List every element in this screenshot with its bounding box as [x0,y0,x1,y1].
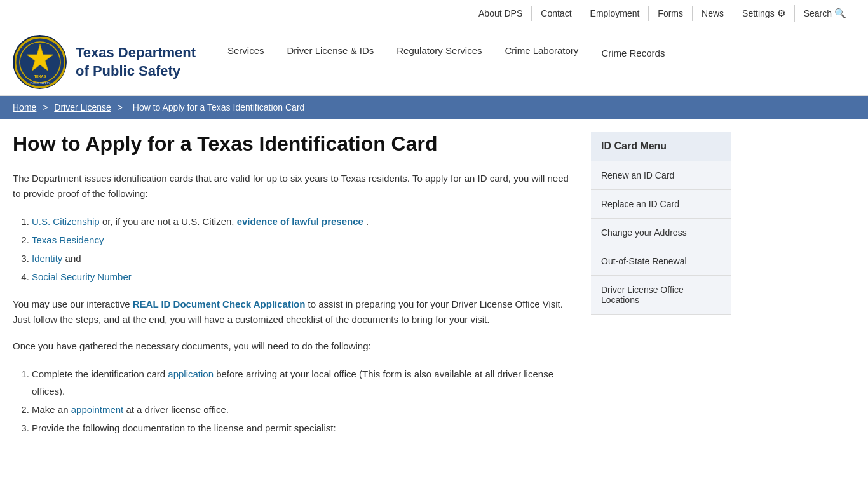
site-header: TEXAS PUBLIC SAFETY Texas Departmentof P… [0,27,868,96]
main-navigation: Services Driver License & IDs Regulatory… [216,35,855,64]
nav-crime-records[interactable]: Crime Records [590,43,676,64]
step3-text: Provide the following documentation to t… [32,423,336,433]
breadcrumb-home[interactable]: Home [13,102,36,112]
sidebar-replace[interactable]: Replace an ID Card [591,190,731,219]
real-id-paragraph: You may use our interactive REAL ID Docu… [13,297,572,327]
nav-services[interactable]: Services [216,40,276,61]
gear-icon: ⚙ [777,8,785,19]
page-title: How to Apply for a Texas Identification … [13,132,572,156]
step1-before: Complete the identification card [32,369,168,379]
real-id-app-link[interactable]: REAL ID Document Check Application [133,299,306,309]
breadcrumb-current: How to Apply for a Texas Identification … [133,102,305,112]
sidebar-locations-link[interactable]: Driver License Office Locations [601,285,684,305]
page-content: How to Apply for a Texas Identification … [0,119,868,473]
req-text-3: and [65,253,81,264]
sidebar-out-of-state-link[interactable]: Out-of-State Renewal [601,256,687,266]
agency-seal: TEXAS PUBLIC SAFETY [13,35,67,89]
agency-name: Texas Departmentof Public Safety [76,44,196,80]
settings-link[interactable]: Settings ⚙ [733,5,795,22]
top-utility-bar: About DPS Contact Employment Forms News … [0,0,868,27]
forms-link[interactable]: Forms [649,6,693,21]
list-item: Social Security Number [32,268,572,285]
list-item: U.S. Citizenship or, if you are not a U.… [32,213,572,230]
about-dps-link[interactable]: About DPS [470,6,532,21]
appointment-link[interactable]: appointment [71,404,124,415]
sidebar-locations[interactable]: Driver License Office Locations [591,276,731,315]
list-item: Texas Residency [32,231,572,248]
list-item: Make an appointment at a driver license … [32,401,572,418]
step2-after: at a driver license office. [123,404,229,415]
req-text-1: or, if you are not a U.S. Citizen, [102,216,237,227]
step2-before: Make an [32,404,71,415]
svg-text:PUBLIC SAFETY: PUBLIC SAFETY [30,81,50,84]
list-item: Complete the identification card applica… [32,365,572,400]
breadcrumb-sep-2: > [118,102,125,112]
sidebar-out-of-state[interactable]: Out-of-State Renewal [591,247,731,276]
employment-link[interactable]: Employment [581,6,649,21]
real-id-before: You may use our interactive [13,299,133,309]
ssn-link[interactable]: Social Security Number [32,271,132,282]
nav-regulatory[interactable]: Regulatory Services [385,40,493,61]
contact-link[interactable]: Contact [532,6,581,21]
requirements-list: U.S. Citizenship or, if you are not a U.… [32,213,572,285]
nav-dl-ids[interactable]: Driver License & IDs [276,40,386,61]
sidebar-change-address[interactable]: Change your Address [591,219,731,247]
breadcrumb-sep-1: > [43,102,50,112]
nav-crime-lab[interactable]: Crime Laboratory [493,40,590,61]
search-label: Search [804,8,832,18]
sidebar-replace-link[interactable]: Replace an ID Card [601,199,679,209]
sidebar-renew[interactable]: Renew an ID Card [591,161,731,190]
sidebar: ID Card Menu Renew an ID Card Replace an… [591,132,731,448]
intro-paragraph: The Department issues identification car… [13,171,572,201]
steps-list: Complete the identification card applica… [32,365,572,437]
search-link[interactable]: Search 🔍 [795,5,855,22]
settings-label: Settings [742,8,775,18]
logo-area: TEXAS PUBLIC SAFETY Texas Departmentof P… [13,35,216,95]
news-link[interactable]: News [693,6,733,21]
list-item: Provide the following documentation to t… [32,419,572,437]
main-content: How to Apply for a Texas Identification … [13,132,572,448]
list-item: Identity and [32,250,572,267]
search-icon: 🔍 [834,8,846,19]
sidebar-menu-title: ID Card Menu [591,132,731,161]
lawful-presence-link[interactable]: evidence of lawful presence [237,216,363,227]
us-citizenship-link[interactable]: U.S. Citizenship [32,216,100,227]
breadcrumb: Home > Driver License > How to Apply for… [0,96,868,119]
steps-intro: Once you have gathered the necessary doc… [13,339,572,354]
identity-link[interactable]: Identity [32,253,62,264]
svg-text:TEXAS: TEXAS [34,74,46,78]
application-link[interactable]: application [168,369,214,379]
sidebar-renew-link[interactable]: Renew an ID Card [601,170,674,180]
req-period-1: . [366,216,369,227]
breadcrumb-driver-license[interactable]: Driver License [54,102,111,112]
sidebar-change-address-link[interactable]: Change your Address [601,227,687,238]
texas-residency-link[interactable]: Texas Residency [32,234,104,245]
